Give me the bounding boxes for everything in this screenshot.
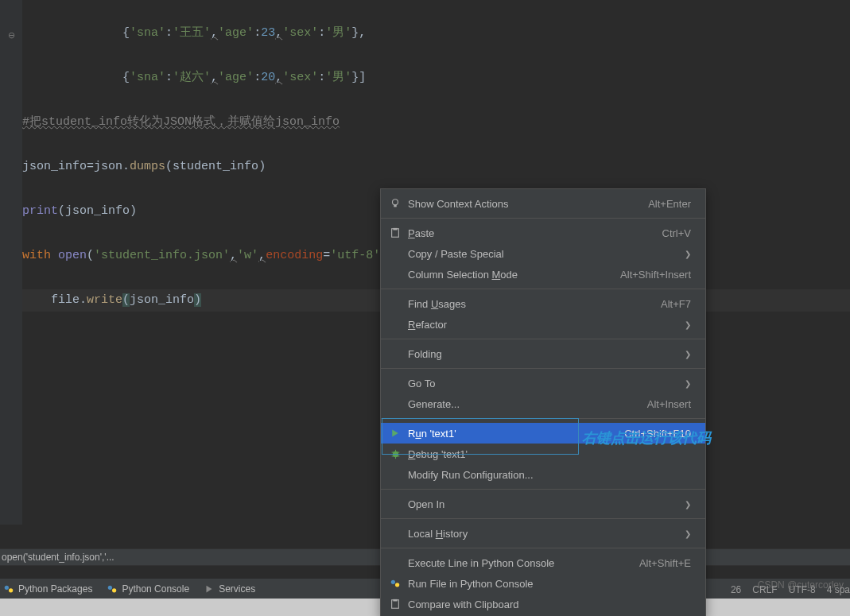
gutter-indicator-icon: ⊖	[8, 30, 15, 41]
svg-marker-4	[207, 585, 212, 592]
clipboard-icon	[389, 598, 402, 610]
dict-key: 'sex'	[282, 26, 318, 40]
submenu-arrow-icon: ❯	[685, 529, 691, 538]
svg-point-2	[108, 585, 112, 589]
menu-column-selection-mode[interactable]: Column Selection Mode Alt+Shift+Insert	[381, 264, 705, 285]
menu-folding[interactable]: Folding ❯	[381, 343, 705, 364]
python-console-icon	[107, 583, 118, 595]
tool-window-python-console[interactable]: Python Console	[107, 583, 189, 595]
menu-go-to[interactable]: Go To ❯	[381, 373, 705, 393]
brace: {	[122, 26, 130, 40]
svg-point-15	[395, 583, 399, 587]
menu-refactor[interactable]: Refactor ❯	[381, 314, 705, 335]
tool-window-services[interactable]: Services	[204, 583, 255, 595]
menu-run-file-console[interactable]: Run File in Python Console	[381, 573, 705, 594]
menu-show-context-actions[interactable]: Show Context Actions Alt+Enter	[381, 193, 705, 214]
dict-value: '王五'	[173, 26, 211, 40]
menu-generate[interactable]: Generate... Alt+Insert	[381, 393, 705, 414]
menu-copy-paste-special[interactable]: Copy / Paste Special ❯	[381, 243, 705, 264]
run-icon	[389, 427, 402, 440]
dict-key: 'age'	[218, 26, 254, 40]
status-bar-right: 26 CRLF UTF-8 4 spa	[731, 584, 850, 595]
debug-icon	[389, 447, 402, 460]
comment: #把student_info转化为JSON格式，并赋值给json_info	[22, 115, 340, 129]
svg-point-5	[393, 200, 398, 205]
annotation-text: 右键点击运行该代码	[582, 428, 711, 447]
menu-separator	[381, 418, 705, 419]
menu-modify-run-configuration[interactable]: Modify Run Configuration...	[381, 464, 705, 485]
editor-gutter: ⊖	[0, 0, 22, 525]
dict-value: 23	[261, 26, 275, 40]
menu-separator	[381, 548, 705, 548]
status-indent[interactable]: 4 spa	[827, 584, 850, 595]
tool-window-python-packages[interactable]: Python Packages	[3, 583, 92, 595]
bulb-icon	[389, 197, 402, 210]
menu-find-usages[interactable]: Find Usages Alt+F7	[381, 293, 705, 314]
submenu-arrow-icon: ❯	[685, 379, 691, 388]
menu-paste[interactable]: Paste Ctrl+V	[381, 223, 705, 243]
status-column[interactable]: 26	[731, 584, 741, 595]
menu-separator	[381, 368, 705, 369]
submenu-arrow-icon: ❯	[685, 320, 691, 329]
indent	[22, 26, 122, 40]
status-line-ending[interactable]: CRLF	[752, 584, 777, 595]
menu-execute-line-console[interactable]: Execute Line in Python Console Alt+Shift…	[381, 552, 705, 573]
menu-open-in[interactable]: Open In ❯	[381, 494, 705, 514]
svg-point-0	[5, 585, 9, 589]
paste-icon	[389, 227, 402, 239]
svg-point-3	[112, 588, 116, 592]
python-packages-icon	[3, 583, 14, 595]
submenu-arrow-icon: ❯	[685, 350, 691, 358]
status-encoding[interactable]: UTF-8	[789, 584, 816, 595]
dict-key: 'sna'	[130, 26, 165, 40]
services-icon	[204, 583, 215, 595]
menu-separator	[381, 289, 705, 289]
svg-point-14	[391, 580, 395, 584]
submenu-arrow-icon: ❯	[685, 250, 691, 258]
menu-separator	[381, 518, 705, 519]
svg-point-1	[9, 588, 13, 592]
menu-separator	[381, 218, 705, 219]
dict-value: '男'	[325, 26, 351, 40]
svg-rect-17	[393, 599, 397, 602]
menu-separator	[381, 339, 705, 339]
breadcrumb-item[interactable]: open('student_info.json','...	[0, 552, 119, 563]
python-icon	[389, 577, 402, 590]
svg-marker-9	[392, 430, 398, 437]
svg-rect-6	[394, 205, 397, 207]
editor-context-menu: Show Context Actions Alt+Enter Paste Ctr…	[380, 188, 706, 616]
submenu-arrow-icon: ❯	[685, 500, 691, 509]
menu-separator	[381, 489, 705, 490]
menu-compare-clipboard[interactable]: Compare with Clipboard	[381, 594, 705, 614]
menu-local-history[interactable]: Local History ❯	[381, 523, 705, 544]
svg-rect-8	[393, 228, 397, 231]
